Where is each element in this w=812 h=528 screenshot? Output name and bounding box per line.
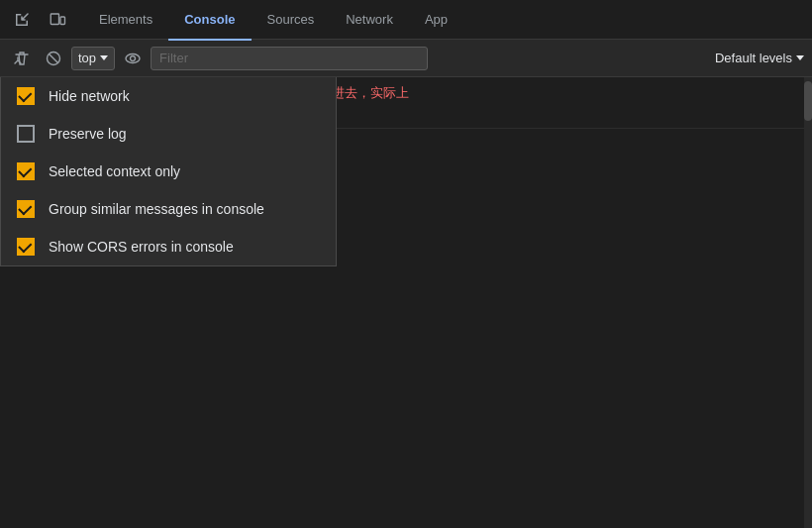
dropdown-item-preserve-log[interactable]: Preserve log bbox=[1, 115, 336, 153]
group-similar-checkbox[interactable] bbox=[17, 200, 35, 218]
context-selector-label: top bbox=[78, 51, 96, 65]
cors-errors-label: Show CORS errors in console bbox=[49, 239, 234, 255]
inspect-element-button[interactable] bbox=[4, 2, 40, 38]
clear-console-button[interactable] bbox=[8, 45, 36, 72]
context-selector-caret bbox=[100, 55, 108, 60]
group-similar-label: Group similar messages in console bbox=[49, 201, 264, 217]
tab-console[interactable]: Console bbox=[168, 1, 251, 41]
selected-context-checkbox[interactable] bbox=[17, 162, 35, 180]
cors-errors-checkbox[interactable] bbox=[17, 238, 35, 256]
device-toolbar-button[interactable] bbox=[40, 2, 75, 38]
tab-elements[interactable]: Elements bbox=[83, 1, 168, 41]
tab-bar: Elements Console Sources Network App bbox=[0, 0, 812, 40]
console-settings-dropdown: Hide network Preserve log Selected conte… bbox=[0, 77, 337, 266]
preserve-log-label: Preserve log bbox=[49, 126, 127, 142]
dropdown-item-group-similar[interactable]: Group similar messages in console bbox=[1, 190, 336, 228]
tab-app[interactable]: App bbox=[409, 1, 463, 41]
log-levels-label: Default levels bbox=[715, 51, 792, 65]
selected-context-label: Selected context only bbox=[49, 163, 180, 179]
hide-network-checkbox[interactable] bbox=[17, 87, 35, 105]
tab-network[interactable]: Network bbox=[330, 1, 409, 41]
tab-sources[interactable]: Sources bbox=[252, 1, 331, 41]
svg-rect-0 bbox=[51, 14, 58, 25]
hide-network-label: Hide network bbox=[49, 88, 130, 104]
console-toolbar: top Default levels bbox=[0, 40, 812, 77]
svg-line-3 bbox=[50, 53, 58, 62]
block-requests-button[interactable] bbox=[40, 45, 67, 72]
scrollbar[interactable] bbox=[804, 77, 812, 528]
log-levels-selector[interactable]: Default levels bbox=[715, 51, 804, 65]
context-selector[interactable]: top bbox=[71, 47, 115, 70]
dropdown-item-hide-network[interactable]: Hide network bbox=[1, 77, 336, 115]
dropdown-item-cors-errors[interactable]: Show CORS errors in console bbox=[1, 228, 336, 265]
preserve-log-checkbox[interactable] bbox=[17, 125, 35, 143]
live-expressions-button[interactable] bbox=[119, 45, 147, 72]
filter-input[interactable] bbox=[151, 47, 428, 70]
svg-point-5 bbox=[131, 55, 136, 60]
log-levels-caret bbox=[796, 55, 804, 60]
svg-rect-1 bbox=[60, 17, 65, 25]
dropdown-item-selected-context[interactable]: Selected context only bbox=[1, 153, 336, 190]
scroll-thumb[interactable] bbox=[804, 81, 812, 121]
